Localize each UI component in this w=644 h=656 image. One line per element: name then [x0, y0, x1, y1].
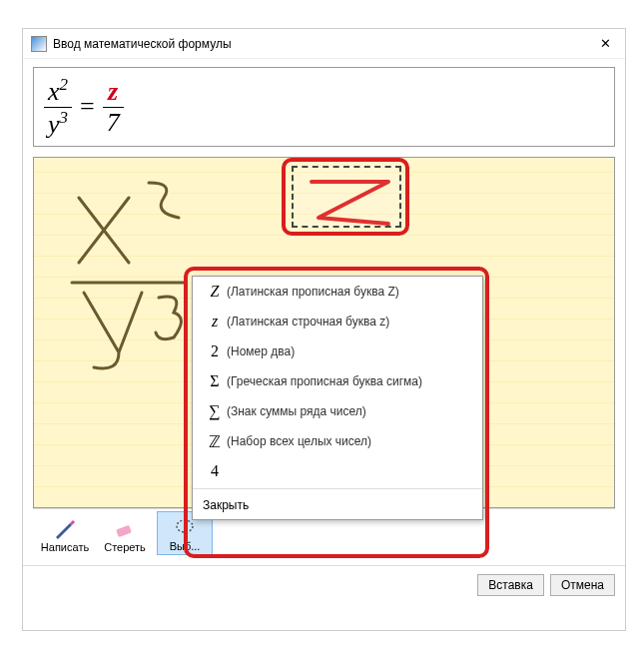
- fraction-right: z 7: [103, 79, 124, 136]
- dialog-footer: Вставка Отмена: [23, 565, 625, 604]
- fraction-left: x2 y3: [44, 77, 72, 137]
- write-tool-label: Написать: [39, 541, 91, 553]
- close-icon[interactable]: ✕: [593, 36, 617, 51]
- popup-item-0[interactable]: Z(Латинская прописная буква Z): [193, 277, 482, 307]
- pen-icon: [39, 515, 91, 541]
- popup-label: (Номер два): [227, 344, 295, 358]
- eraser-icon: [99, 515, 151, 541]
- popup-symbol: 4: [203, 462, 227, 480]
- popup-label: (Знак суммы ряда чисел): [227, 404, 366, 418]
- var-x: x: [48, 77, 60, 106]
- erase-tool-label: Стереть: [99, 541, 151, 553]
- popup-label: (Греческая прописная буква сигма): [227, 374, 422, 388]
- window-title: Ввод математической формулы: [53, 37, 593, 51]
- popup-item-2[interactable]: 2(Номер два): [193, 336, 482, 366]
- popup-item-3[interactable]: Σ(Греческая прописная буква сигма): [193, 366, 482, 396]
- app-icon: [31, 36, 47, 52]
- popup-close-item[interactable]: Закрыть: [193, 491, 482, 519]
- svg-rect-0: [116, 525, 132, 537]
- popup-symbol: Σ: [203, 372, 227, 390]
- popup-symbol: ∑: [203, 402, 227, 420]
- erase-tool-button[interactable]: Стереть: [97, 513, 153, 555]
- svg-point-1: [177, 520, 193, 532]
- popup-item-1[interactable]: z(Латинская строчная буква z): [193, 307, 482, 336]
- select-tool-label: Выб...: [160, 540, 210, 552]
- popup-symbol: ℤ: [203, 432, 227, 451]
- formula-preview: x2 y3 = z 7: [33, 67, 615, 147]
- insert-button[interactable]: Вставка: [477, 574, 544, 596]
- correction-popup: Z(Латинская прописная буква Z)z(Латинска…: [192, 276, 483, 520]
- exp-3: 3: [60, 108, 68, 127]
- equals-sign: =: [80, 92, 95, 122]
- popup-item-5[interactable]: ℤ(Набор всех целых чисел): [193, 426, 482, 456]
- var-y: y: [48, 109, 60, 138]
- popup-label: (Латинская строчная буква z): [227, 315, 389, 328]
- const-7: 7: [103, 108, 124, 136]
- popup-symbol: Z: [203, 283, 227, 301]
- popup-label: (Набор всех целых чисел): [227, 434, 371, 448]
- popup-separator: [193, 488, 482, 489]
- write-tool-button[interactable]: Написать: [37, 513, 93, 555]
- selection-rectangle[interactable]: [292, 166, 401, 228]
- titlebar: Ввод математической формулы ✕: [23, 29, 625, 59]
- popup-item-6[interactable]: 4: [193, 456, 482, 486]
- popup-symbol: 2: [203, 342, 227, 360]
- popup-label: (Латинская прописная буква Z): [227, 285, 399, 299]
- popup-symbol: z: [203, 313, 227, 330]
- cancel-button[interactable]: Отмена: [550, 574, 615, 596]
- ink-stroke-z: [294, 168, 403, 230]
- popup-item-4[interactable]: ∑(Знак суммы ряда чисел): [193, 396, 482, 426]
- var-z-highlighted: z: [108, 77, 118, 106]
- exp-2: 2: [60, 75, 68, 94]
